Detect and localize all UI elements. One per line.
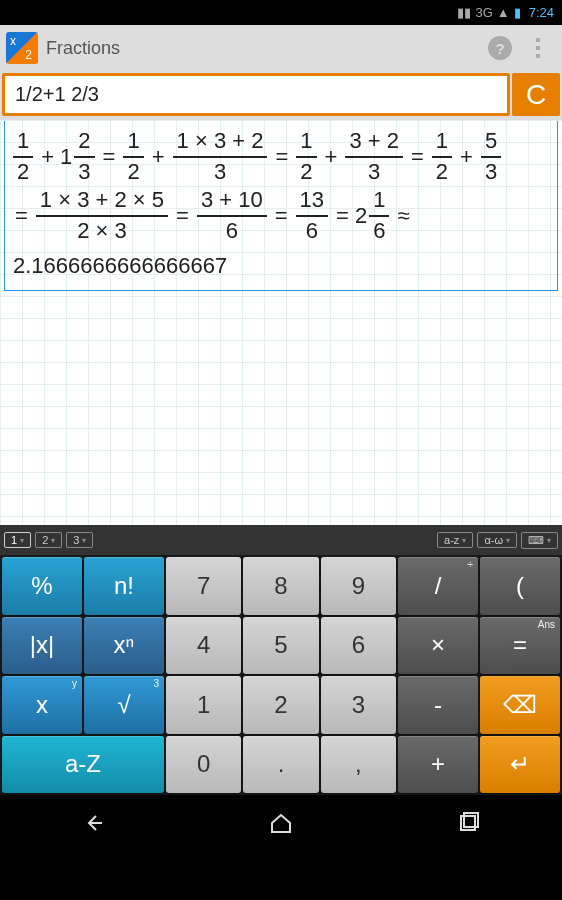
signal-icon: ▮▮ — [457, 5, 471, 20]
key-8[interactable]: 8 — [243, 557, 318, 615]
key-alpha[interactable]: a-Z — [2, 736, 164, 794]
expression-input[interactable]: 1/2+1 2/3 — [2, 73, 510, 116]
tab-latin[interactable]: a-z▾ — [437, 532, 473, 548]
key-x[interactable]: xy — [2, 676, 82, 734]
tab-2[interactable]: 2▾ — [35, 532, 62, 548]
key-minus[interactable]: - — [398, 676, 478, 734]
input-row: 1/2+1 2/3 C — [0, 71, 562, 120]
key-2[interactable]: 2 — [243, 676, 318, 734]
key-comma[interactable]: , — [321, 736, 396, 794]
key-5[interactable]: 5 — [243, 617, 318, 675]
keypad: % n! 7 8 9 /÷ ( |x| xⁿ 4 5 6 × ) xy √3 1… — [0, 555, 562, 795]
app-header: Fractions ? — [0, 25, 562, 71]
home-button[interactable] — [261, 808, 301, 838]
app-icon — [6, 32, 38, 64]
key-0[interactable]: 0 — [166, 736, 241, 794]
back-button[interactable] — [74, 808, 114, 838]
key-9[interactable]: 9 — [321, 557, 396, 615]
signal-icon: ▲ — [497, 5, 510, 20]
key-equals[interactable]: =Ans — [480, 617, 560, 675]
step-line-2: = 1 × 3 + 2 × 52 × 3 = 3 + 106 = 136 = 2… — [11, 186, 551, 245]
key-backspace[interactable]: ⌫ — [480, 676, 560, 734]
key-power[interactable]: xⁿ — [84, 617, 164, 675]
tab-1[interactable]: 1▾ — [4, 532, 31, 548]
key-1[interactable]: 1 — [166, 676, 241, 734]
android-nav-bar — [0, 795, 562, 850]
key-lparen[interactable]: ( — [480, 557, 560, 615]
recent-button[interactable] — [448, 808, 488, 838]
net-label: 3G — [475, 5, 492, 20]
key-divide[interactable]: /÷ — [398, 557, 478, 615]
key-multiply[interactable]: × — [398, 617, 478, 675]
result-box: 12 + 123 = 12 + 1 × 3 + 23 = 12 + 3 + 23… — [4, 121, 558, 291]
key-abs[interactable]: |x| — [2, 617, 82, 675]
app-title: Fractions — [46, 38, 480, 59]
overflow-menu-icon[interactable] — [528, 38, 548, 58]
key-6[interactable]: 6 — [321, 617, 396, 675]
work-area[interactable]: 12 + 123 = 12 + 1 × 3 + 23 = 12 + 3 + 23… — [0, 120, 562, 525]
key-4[interactable]: 4 — [166, 617, 241, 675]
status-bar: ▮▮ 3G ▲ ▮ 7:24 — [0, 0, 562, 25]
key-plus[interactable]: + — [398, 736, 478, 794]
key-enter[interactable]: ↵ — [480, 736, 560, 794]
decimal-result: 2.1666666666666667 — [11, 249, 551, 282]
clock: 7:24 — [529, 5, 554, 20]
key-dot[interactable]: . — [243, 736, 318, 794]
key-3[interactable]: 3 — [321, 676, 396, 734]
battery-icon: ▮ — [514, 5, 521, 20]
key-percent[interactable]: % — [2, 557, 82, 615]
step-line-1: 12 + 123 = 12 + 1 × 3 + 23 = 12 + 3 + 23… — [11, 127, 551, 186]
tab-greek[interactable]: α-ω▾ — [477, 532, 517, 548]
help-icon[interactable]: ? — [488, 36, 512, 60]
key-factorial[interactable]: n! — [84, 557, 164, 615]
tab-keyboard-icon[interactable]: ⌨▾ — [521, 532, 558, 549]
tab-3[interactable]: 3▾ — [66, 532, 93, 548]
key-sqrt[interactable]: √3 — [84, 676, 164, 734]
clear-button[interactable]: C — [512, 73, 560, 116]
keyboard-tab-row: 1▾ 2▾ 3▾ a-z▾ α-ω▾ ⌨▾ — [0, 525, 562, 555]
expression-text: 1/2+1 2/3 — [15, 83, 99, 106]
key-7[interactable]: 7 — [166, 557, 241, 615]
